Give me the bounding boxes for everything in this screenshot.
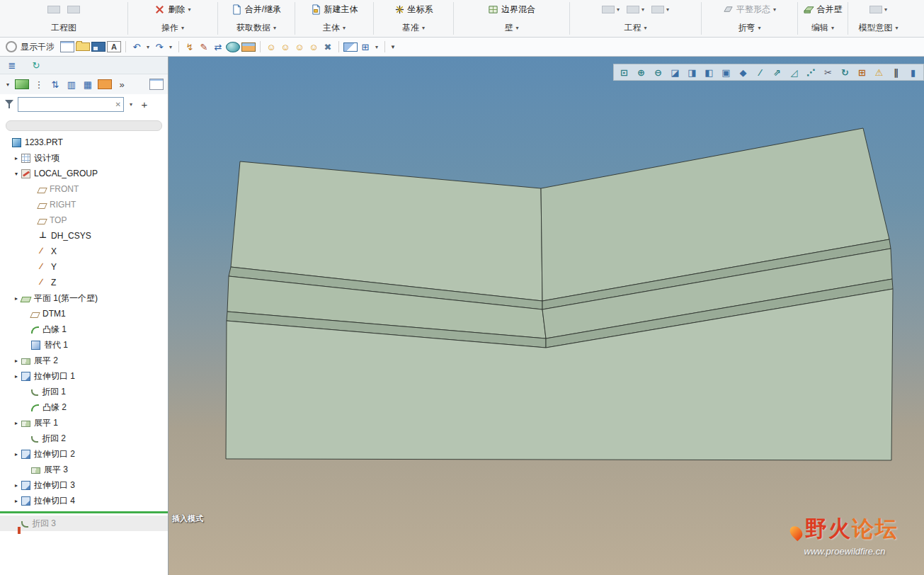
expand-arrow-icon[interactable]: ▾: [11, 171, 21, 177]
open-file-icon[interactable]: [76, 42, 90, 51]
merge-wall-button[interactable]: 合并壁: [801, 3, 845, 16]
expand-arrow-icon[interactable]: ▸: [11, 498, 21, 504]
grid-caret-icon[interactable]: ▾: [373, 40, 380, 54]
standard-view-icon[interactable]: ◧: [702, 66, 717, 79]
ribbon-group-label-get-data[interactable]: 获取数据 ▾: [218, 19, 295, 36]
layer-status-icon[interactable]: ⊞: [855, 66, 869, 79]
clipped-icon[interactable]: ▮: [906, 66, 920, 79]
mapkey-smiley-icon-3[interactable]: ☺: [293, 40, 306, 54]
undo-caret-icon[interactable]: ▾: [144, 40, 152, 54]
ribbon-group-label-edit[interactable]: 编辑 ▾: [798, 19, 848, 36]
filter-options-caret-icon[interactable]: ▾: [127, 97, 135, 111]
ribbon-button-partial[interactable]: ▾: [651, 6, 669, 13]
saved-views-icon[interactable]: ▣: [719, 66, 734, 79]
tree-item[interactable]: X: [0, 244, 168, 259]
text-style-icon[interactable]: A: [107, 41, 121, 52]
expand-arrow-icon[interactable]: ▸: [11, 295, 21, 302]
tree-item[interactable]: 凸缘 2: [0, 399, 168, 415]
tree-item[interactable]: 折回 1: [0, 384, 168, 399]
tree-item[interactable]: DH_CSYS: [0, 228, 168, 244]
tree-item[interactable]: RIGHT: [0, 197, 168, 212]
tree-grid-icon[interactable]: ▦: [81, 77, 94, 91]
ribbon-group-label-bend[interactable]: 折弯 ▾: [702, 19, 797, 36]
axis-display-icon[interactable]: ⇗: [770, 66, 785, 79]
switch-window-icon[interactable]: ⇄: [212, 40, 224, 54]
ribbon-button-partial[interactable]: [47, 6, 60, 13]
tree-item[interactable]: ▸ 平面 1(第一个壁): [0, 290, 168, 306]
tree-item[interactable]: TOP: [0, 212, 168, 228]
spin-center-icon[interactable]: ↻: [838, 66, 852, 79]
pause-icon[interactable]: ∥: [889, 66, 903, 79]
detail-page-icon[interactable]: [149, 79, 164, 90]
merge-inherit-button[interactable]: 合并/继承: [229, 3, 284, 16]
tree-item[interactable]: FRONT: [0, 181, 168, 197]
ribbon-button-partial[interactable]: ▾: [602, 6, 620, 13]
tree-item[interactable]: ▸ 展平 1: [0, 415, 168, 431]
toolbar-overflow-icon[interactable]: ▼: [389, 40, 397, 54]
clear-filter-icon[interactable]: ✕: [115, 101, 121, 108]
tree-item[interactable]: [0, 511, 168, 513]
flat-state-button[interactable]: 平整形态 ▾: [720, 3, 779, 16]
expand-arrow-icon[interactable]: ▸: [11, 420, 21, 426]
redo-icon[interactable]: ↷: [153, 40, 166, 54]
grid-icon[interactable]: ⊞: [359, 40, 372, 54]
tree-item[interactable]: ▸ 拉伸切口 3: [0, 477, 168, 493]
model-tree-icon[interactable]: ≣: [6, 58, 18, 72]
view-manager-icon[interactable]: ◆: [736, 66, 751, 79]
tree-item[interactable]: ▸ 展平 2: [0, 353, 168, 368]
display-style-icon[interactable]: ◨: [685, 66, 700, 79]
tree-item[interactable]: 展平 3: [0, 462, 168, 477]
tree-item[interactable]: DTM1: [0, 306, 168, 321]
annotation-display-icon[interactable]: ⚠: [872, 66, 886, 79]
mapkey-smiley-icon-1[interactable]: ☺: [265, 40, 278, 54]
filter-input[interactable]: [18, 99, 123, 109]
expand-arrow-icon[interactable]: ▸: [11, 155, 21, 161]
section-icon[interactable]: ✂: [821, 66, 835, 79]
zoom-to-box-icon[interactable]: ⊡: [617, 66, 632, 79]
ribbon-button-partial[interactable]: [67, 6, 80, 13]
regenerate-icon[interactable]: ↯: [183, 40, 196, 54]
tree-item[interactable]: 凸缘 1: [0, 321, 168, 337]
highlight-icon[interactable]: [98, 79, 112, 89]
more-options-icon[interactable]: ⋮: [33, 77, 45, 91]
ribbon-group-label-model-intent[interactable]: 模型意图 ▾: [848, 19, 908, 36]
tree-item[interactable]: ▸ 设计项: [0, 150, 168, 166]
ribbon-group-label-body[interactable]: 主体 ▾: [295, 19, 373, 36]
zoom-in-icon[interactable]: ⊕: [634, 66, 649, 79]
ribbon-group-label-datum[interactable]: 基准 ▾: [374, 19, 453, 36]
sheet-metal-part[interactable]: [169, 57, 924, 575]
active-model-icon[interactable]: [15, 79, 29, 89]
expand-toolbar-icon[interactable]: »: [115, 77, 128, 91]
mapkey-smiley-icon-4[interactable]: ☺: [307, 40, 320, 54]
tree-item[interactable]: 替代 1: [0, 337, 168, 353]
ribbon-button-partial[interactable]: ▾: [627, 6, 644, 13]
angle-display-icon[interactable]: ◿: [787, 66, 802, 79]
expand-arrow-icon[interactable]: ▸: [11, 451, 21, 457]
close-icon[interactable]: ✖: [321, 40, 334, 54]
expand-arrow-icon[interactable]: ▸: [11, 482, 21, 489]
image-icon[interactable]: [241, 42, 256, 52]
new-file-icon[interactable]: [60, 41, 74, 52]
tree-item[interactable]: ▾ LOCAL_GROUP: [0, 166, 168, 181]
edit-pen-icon[interactable]: ✎: [198, 40, 210, 54]
tree-item[interactable]: ▸ 拉伸切口 1: [0, 368, 168, 384]
ribbon-button-partial[interactable]: ▾: [869, 6, 887, 13]
mapkey-smiley-icon-2[interactable]: ☺: [279, 40, 292, 54]
undo-icon[interactable]: ↶: [130, 40, 143, 54]
tree-item[interactable]: Y: [0, 259, 168, 275]
save-icon[interactable]: [91, 42, 105, 52]
delete-button[interactable]: 删除 ▾: [152, 3, 193, 16]
tree-columns-icon[interactable]: ▥: [65, 77, 78, 91]
tree-item[interactable]: Z: [0, 275, 168, 290]
repaint-icon[interactable]: ◪: [668, 66, 683, 79]
zoom-out-icon[interactable]: ⊖: [651, 66, 666, 79]
csys-button[interactable]: 坐标系: [392, 3, 436, 16]
ribbon-group-label-wall[interactable]: 壁 ▾: [454, 19, 569, 36]
add-filter-icon[interactable]: +: [138, 97, 151, 111]
ribbon-group-label-drawing[interactable]: 工程图: [0, 19, 127, 36]
folder-browser-icon[interactable]: ↻: [30, 58, 42, 72]
new-body-button[interactable]: 新建主体: [308, 3, 361, 16]
redo-caret-icon[interactable]: ▾: [167, 40, 174, 54]
tree-item[interactable]: ▸ 拉伸切口 4: [0, 493, 168, 508]
tree-sort-icon[interactable]: ⇅: [49, 77, 62, 91]
